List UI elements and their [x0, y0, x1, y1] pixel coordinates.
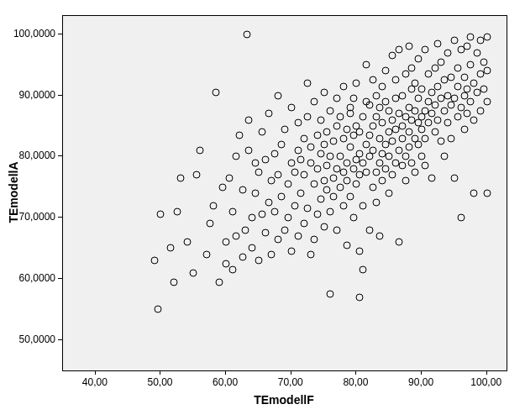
data-point	[444, 119, 452, 127]
data-point	[441, 107, 449, 114]
data-point	[441, 153, 449, 160]
data-point	[271, 207, 279, 215]
data-point	[464, 110, 471, 118]
data-point	[428, 110, 435, 118]
data-point	[320, 88, 328, 96]
data-point	[265, 198, 272, 206]
data-point	[360, 113, 367, 121]
data-point	[330, 138, 338, 145]
data-point	[320, 140, 328, 148]
data-point	[431, 101, 438, 108]
data-point	[228, 265, 236, 273]
data-point	[448, 73, 455, 81]
data-point	[379, 177, 386, 185]
data-point	[291, 168, 298, 176]
data-point	[389, 171, 396, 179]
data-point	[245, 147, 253, 155]
data-point	[271, 150, 279, 157]
data-point	[448, 134, 455, 142]
data-point	[467, 34, 475, 41]
data-point	[375, 134, 383, 142]
data-point	[343, 159, 350, 166]
data-point	[157, 211, 165, 218]
y-tick-label: 50,0000	[19, 333, 55, 345]
data-point	[173, 207, 181, 215]
y-tick	[58, 155, 62, 156]
data-point	[333, 226, 341, 234]
data-point	[408, 159, 416, 166]
data-point	[216, 278, 223, 286]
y-tick	[58, 278, 62, 279]
data-point	[418, 153, 426, 160]
data-point	[349, 165, 357, 172]
data-point	[389, 52, 396, 60]
data-point	[467, 97, 475, 105]
data-point	[434, 82, 442, 90]
data-point	[360, 265, 367, 273]
data-point	[450, 37, 458, 45]
data-point	[431, 129, 438, 136]
data-point	[412, 168, 419, 176]
data-point	[313, 131, 321, 139]
data-point	[470, 190, 478, 197]
data-point	[356, 293, 364, 301]
data-point	[223, 260, 230, 267]
data-point	[323, 129, 331, 136]
data-point	[337, 183, 344, 191]
data-point	[450, 95, 458, 102]
data-point	[287, 248, 295, 255]
data-point	[197, 147, 204, 155]
data-point	[457, 104, 465, 112]
data-point	[313, 211, 321, 218]
data-point	[252, 190, 260, 197]
data-point	[398, 134, 406, 142]
data-point	[434, 116, 442, 123]
data-point	[320, 223, 328, 231]
data-point	[412, 80, 419, 87]
data-point	[363, 168, 370, 176]
data-point	[213, 88, 220, 96]
data-point	[294, 147, 302, 155]
data-point	[386, 190, 393, 197]
data-point	[402, 177, 409, 185]
data-point	[386, 107, 393, 114]
x-tick	[421, 370, 422, 375]
data-point	[418, 125, 426, 133]
data-point	[444, 49, 452, 56]
x-tick-label: 60,00	[213, 376, 238, 388]
data-point	[343, 241, 350, 249]
x-axis-title: TEmodellF	[254, 393, 314, 407]
data-point	[470, 80, 478, 87]
data-point	[239, 254, 246, 261]
data-point	[356, 150, 364, 157]
x-tick	[486, 370, 487, 375]
data-point	[330, 174, 338, 181]
data-point	[249, 214, 256, 222]
data-point	[360, 202, 367, 209]
data-point	[353, 80, 360, 87]
plot-area	[62, 15, 507, 371]
data-point	[395, 46, 402, 54]
data-point	[167, 244, 175, 252]
data-point	[307, 159, 315, 166]
data-point	[268, 177, 276, 185]
data-point	[438, 138, 445, 145]
data-point	[408, 64, 416, 71]
data-point	[258, 211, 265, 218]
data-point	[327, 291, 334, 298]
data-point	[313, 165, 321, 172]
data-point	[372, 92, 380, 99]
data-point	[353, 181, 360, 188]
data-point	[171, 278, 178, 286]
data-point	[421, 46, 428, 54]
data-point	[454, 82, 461, 90]
y-tick	[58, 34, 62, 34]
data-point	[363, 61, 370, 69]
data-point	[209, 202, 217, 209]
data-point	[245, 116, 253, 123]
data-point	[320, 177, 328, 185]
data-point	[339, 82, 347, 90]
data-point	[317, 196, 324, 203]
data-point	[275, 171, 282, 179]
y-tick	[58, 339, 62, 340]
